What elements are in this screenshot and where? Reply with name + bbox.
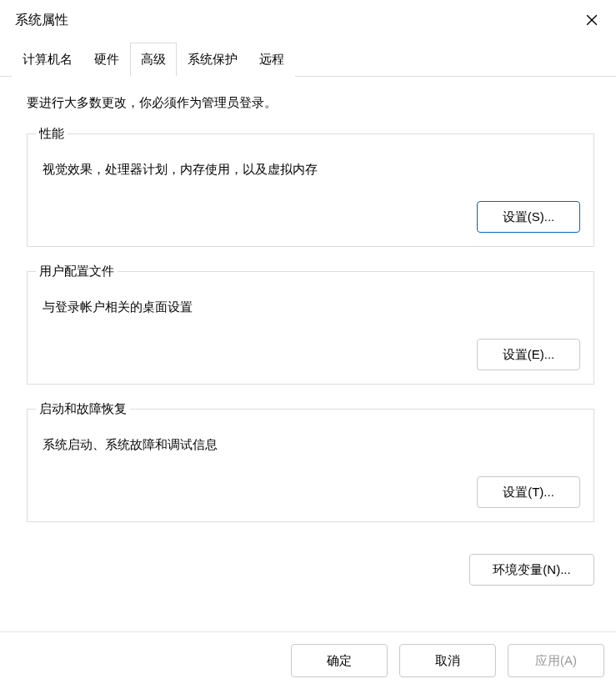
group-startup-recovery-button-row: 设置(T)... — [41, 476, 580, 508]
cancel-button[interactable]: 取消 — [399, 644, 496, 677]
tab-remote[interactable]: 远程 — [248, 43, 295, 77]
titlebar: 系统属性 — [0, 0, 616, 37]
window-title: 系统属性 — [15, 12, 68, 29]
user-profiles-settings-button[interactable]: 设置(E)... — [477, 339, 580, 370]
env-vars-button[interactable]: 环境变量(N)... — [469, 554, 594, 586]
group-startup-recovery: 启动和故障恢复 系统启动、系统故障和调试信息 设置(T)... — [27, 401, 594, 522]
startup-recovery-settings-button[interactable]: 设置(T)... — [477, 476, 580, 508]
ok-button[interactable]: 确定 — [291, 644, 388, 677]
group-user-profiles-legend: 用户配置文件 — [36, 264, 118, 279]
tab-system-protection[interactable]: 系统保护 — [177, 43, 248, 77]
admin-note: 要进行大多数更改，你必须作为管理员登录。 — [27, 95, 594, 111]
tab-computer-name[interactable]: 计算机名 — [12, 43, 83, 77]
group-startup-recovery-legend: 启动和故障恢复 — [36, 401, 130, 417]
performance-settings-button[interactable]: 设置(S)... — [477, 201, 580, 233]
group-performance: 性能 视觉效果，处理器计划，内存使用，以及虚拟内存 设置(S)... — [27, 126, 594, 247]
group-performance-desc: 视觉效果，处理器计划，内存使用，以及虚拟内存 — [43, 162, 580, 178]
group-startup-recovery-desc: 系统启动、系统故障和调试信息 — [43, 437, 580, 453]
group-performance-button-row: 设置(S)... — [41, 201, 580, 233]
tab-hardware[interactable]: 硬件 — [83, 43, 130, 77]
group-user-profiles-desc: 与登录帐户相关的桌面设置 — [43, 299, 580, 315]
dialog-footer: 确定 取消 应用(A) — [0, 631, 616, 689]
tab-advanced[interactable]: 高级 — [130, 43, 177, 77]
env-vars-row: 环境变量(N)... — [0, 554, 616, 586]
apply-button[interactable]: 应用(A) — [508, 644, 604, 677]
tab-content-advanced: 要进行大多数更改，你必须作为管理员登录。 性能 视觉效果，处理器计划，内存使用，… — [0, 77, 616, 547]
close-icon — [586, 14, 598, 26]
group-user-profiles-button-row: 设置(E)... — [41, 339, 580, 370]
group-performance-legend: 性能 — [36, 126, 68, 142]
close-button[interactable] — [574, 6, 609, 34]
tab-bar: 计算机名 硬件 高级 系统保护 远程 — [0, 42, 616, 77]
group-user-profiles: 用户配置文件 与登录帐户相关的桌面设置 设置(E)... — [27, 264, 594, 385]
